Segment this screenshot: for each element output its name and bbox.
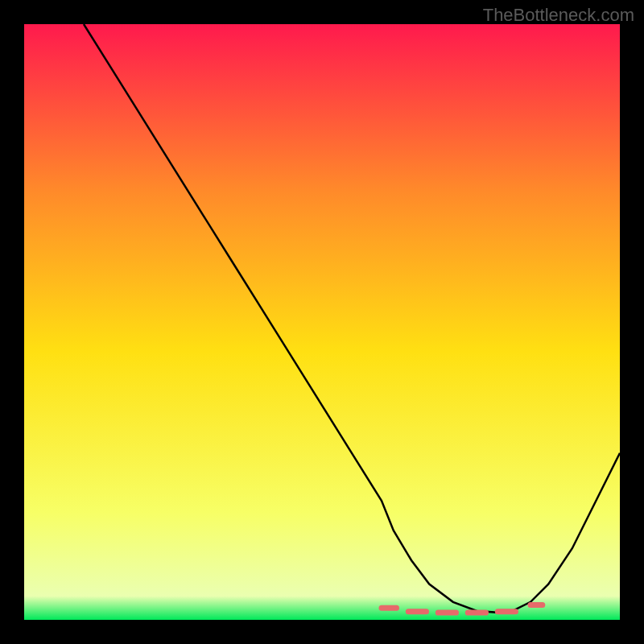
chart-plot-area: [24, 24, 620, 620]
chart-svg: [24, 24, 620, 620]
watermark-text: TheBottleneck.com: [483, 5, 634, 26]
chart-background: [24, 24, 620, 620]
